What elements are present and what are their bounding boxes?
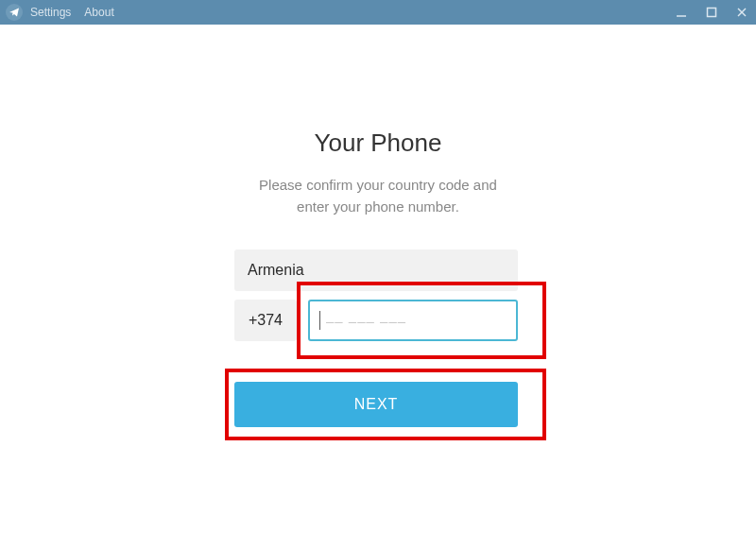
- telegram-icon: [6, 4, 23, 21]
- next-button-label: NEXT: [354, 396, 399, 413]
- login-page: Your Phone Please confirm your country c…: [0, 25, 756, 550]
- svg-rect-1: [708, 9, 716, 17]
- phone-number-input[interactable]: –– ––– –––: [308, 300, 518, 341]
- dial-code-field[interactable]: +374: [234, 300, 297, 341]
- country-select[interactable]: Armenia: [234, 249, 518, 291]
- close-button[interactable]: [733, 4, 750, 21]
- dial-code-value: +374: [249, 312, 283, 329]
- subtitle-line-1: Please confirm your country code and: [259, 177, 497, 193]
- country-value: Armenia: [248, 262, 304, 279]
- text-caret: [319, 311, 320, 330]
- phone-placeholder: –– ––– –––: [326, 313, 406, 329]
- window-controls: [673, 0, 750, 25]
- page-subtitle: Please confirm your country code and ent…: [0, 174, 756, 218]
- subtitle-line-2: enter your phone number.: [297, 198, 459, 215]
- maximize-button[interactable]: [703, 4, 720, 21]
- menu-settings[interactable]: Settings: [30, 6, 71, 19]
- menu-about[interactable]: About: [84, 6, 113, 19]
- page-title: Your Phone: [0, 129, 756, 158]
- titlebar: Settings About: [0, 0, 756, 25]
- minimize-button[interactable]: [673, 4, 690, 21]
- next-button[interactable]: NEXT: [234, 382, 518, 427]
